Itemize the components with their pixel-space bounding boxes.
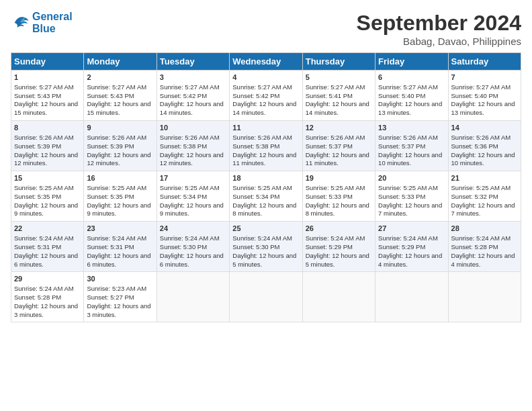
col-wednesday: Wednesday [230, 53, 302, 71]
calendar-cell: 16Sunrise: 5:25 AM AMSunset: 5:35 PMDayl… [84, 171, 157, 222]
calendar-cell: 1Sunrise: 5:27 AM AMSunset: 5:43 PMDayli… [11, 71, 84, 121]
calendar-cell: 12Sunrise: 5:26 AM AMSunset: 5:37 PMDayl… [302, 121, 375, 171]
sunrise-label: Sunrise: 5:26 AM AM [14, 134, 74, 141]
sunset-label: Sunset: 5:33 PM [306, 193, 353, 200]
sunset-label: Sunset: 5:38 PM [160, 142, 207, 150]
daylight-label: Daylight: 12 hours and 11 minutes. [232, 151, 296, 167]
sunrise-label: Sunrise: 5:26 AM AM [306, 134, 365, 141]
calendar-cell: 10Sunrise: 5:26 AM AMSunset: 5:38 PMDayl… [157, 121, 229, 171]
daylight-label: Daylight: 12 hours and 9 minutes. [160, 201, 224, 218]
day-number: 16 [87, 173, 153, 183]
sunset-label: Sunset: 5:30 PM [232, 243, 279, 250]
sunrise-label: Sunrise: 5:27 AM AM [306, 83, 365, 91]
col-friday: Friday [375, 53, 448, 71]
day-number: 29 [14, 274, 81, 284]
sunset-label: Sunset: 5:35 PM [14, 193, 61, 200]
sunset-label: Sunset: 5:32 PM [451, 193, 498, 200]
day-number: 3 [160, 73, 226, 83]
sunrise-label: Sunrise: 5:26 AM AM [87, 134, 146, 141]
sunset-label: Sunset: 5:37 PM [306, 142, 353, 150]
sunset-label: Sunset: 5:27 PM [87, 293, 134, 301]
daylight-label: Daylight: 12 hours and 14 minutes. [306, 100, 369, 116]
day-number: 24 [160, 224, 226, 234]
calendar-cell [448, 272, 521, 322]
sunrise-label: Sunrise: 5:24 AM AM [14, 285, 74, 292]
sunset-label: Sunset: 5:38 PM [232, 142, 279, 150]
daylight-label: Daylight: 12 hours and 10 minutes. [378, 151, 442, 167]
sunrise-label: Sunrise: 5:25 AM AM [378, 184, 438, 191]
calendar-cell: 23Sunrise: 5:24 AM AMSunset: 5:31 PMDayl… [84, 222, 157, 272]
day-number: 21 [451, 173, 518, 183]
calendar-cell: 24Sunrise: 5:24 AM AMSunset: 5:30 PMDayl… [157, 222, 229, 272]
calendar-cell: 20Sunrise: 5:25 AM AMSunset: 5:33 PMDayl… [375, 171, 448, 222]
sunrise-label: Sunrise: 5:27 AM AM [232, 83, 292, 91]
day-number: 13 [378, 123, 445, 133]
day-number: 9 [87, 123, 153, 133]
sunset-label: Sunset: 5:30 PM [160, 243, 207, 250]
day-number: 26 [306, 224, 372, 234]
sunset-label: Sunset: 5:28 PM [451, 243, 498, 250]
day-number: 28 [451, 224, 518, 234]
logo: General Blue [11, 11, 73, 34]
sunset-label: Sunset: 5:28 PM [14, 293, 61, 301]
sunrise-label: Sunrise: 5:24 AM AM [160, 234, 220, 242]
sunrise-label: Sunrise: 5:25 AM AM [451, 184, 511, 191]
sunrise-label: Sunrise: 5:24 AM AM [451, 234, 511, 242]
daylight-label: Daylight: 12 hours and 14 minutes. [160, 100, 224, 116]
calendar-cell: 9Sunrise: 5:26 AM AMSunset: 5:39 PMDayli… [84, 121, 157, 171]
calendar-cell: 26Sunrise: 5:24 AM AMSunset: 5:29 PMDayl… [302, 222, 375, 272]
sunset-label: Sunset: 5:41 PM [306, 92, 353, 99]
sunrise-label: Sunrise: 5:24 AM AM [378, 234, 438, 242]
calendar-cell: 15Sunrise: 5:25 AM AMSunset: 5:35 PMDayl… [11, 171, 84, 222]
sunrise-label: Sunrise: 5:25 AM AM [160, 184, 220, 191]
day-number: 11 [232, 123, 299, 133]
sunrise-label: Sunrise: 5:27 AM AM [87, 83, 146, 91]
daylight-label: Daylight: 12 hours and 9 minutes. [87, 201, 150, 218]
daylight-label: Daylight: 12 hours and 15 minutes. [14, 100, 78, 116]
page-subtitle: Babag, Davao, Philippines [357, 36, 521, 47]
sunrise-label: Sunrise: 5:23 AM AM [87, 285, 146, 292]
calendar-cell: 19Sunrise: 5:25 AM AMSunset: 5:33 PMDayl… [302, 171, 375, 222]
logo-text: General Blue [32, 11, 73, 34]
sunrise-label: Sunrise: 5:27 AM AM [160, 83, 220, 91]
title-block: September 2024 Babag, Davao, Philippines [357, 11, 521, 47]
sunrise-label: Sunrise: 5:24 AM AM [14, 234, 74, 242]
sunrise-label: Sunrise: 5:25 AM AM [306, 184, 365, 191]
col-saturday: Saturday [448, 53, 521, 71]
col-tuesday: Tuesday [157, 53, 229, 71]
calendar-cell [302, 272, 375, 322]
page-title: September 2024 [357, 11, 521, 36]
calendar-cell: 28Sunrise: 5:24 AM AMSunset: 5:28 PMDayl… [448, 222, 521, 272]
header: General Blue September 2024 Babag, Davao… [11, 11, 521, 47]
sunset-label: Sunset: 5:39 PM [87, 142, 134, 150]
sunset-label: Sunset: 5:34 PM [160, 193, 207, 200]
daylight-label: Daylight: 12 hours and 7 minutes. [378, 201, 442, 218]
sunset-label: Sunset: 5:31 PM [14, 243, 61, 250]
calendar-cell: 18Sunrise: 5:25 AM AMSunset: 5:34 PMDayl… [230, 171, 302, 222]
daylight-label: Daylight: 12 hours and 11 minutes. [306, 151, 369, 167]
calendar-cell: 2Sunrise: 5:27 AM AMSunset: 5:43 PMDayli… [84, 71, 157, 121]
daylight-label: Daylight: 12 hours and 10 minutes. [451, 151, 515, 167]
day-number: 18 [232, 173, 299, 183]
daylight-label: Daylight: 12 hours and 9 minutes. [14, 201, 78, 218]
sunset-label: Sunset: 5:40 PM [451, 92, 498, 99]
calendar-cell: 3Sunrise: 5:27 AM AMSunset: 5:42 PMDayli… [157, 71, 229, 121]
daylight-label: Daylight: 12 hours and 12 minutes. [14, 151, 78, 167]
calendar-week-row: 29Sunrise: 5:24 AM AMSunset: 5:28 PMDayl… [11, 272, 521, 322]
calendar-cell: 25Sunrise: 5:24 AM AMSunset: 5:30 PMDayl… [230, 222, 302, 272]
sunset-label: Sunset: 5:35 PM [87, 193, 134, 200]
sunset-label: Sunset: 5:37 PM [378, 142, 425, 150]
sunrise-label: Sunrise: 5:25 AM AM [14, 184, 74, 191]
calendar-cell: 5Sunrise: 5:27 AM AMSunset: 5:41 PMDayli… [302, 71, 375, 121]
daylight-label: Daylight: 12 hours and 6 minutes. [87, 252, 150, 268]
sunrise-label: Sunrise: 5:25 AM AM [87, 184, 146, 191]
daylight-label: Daylight: 12 hours and 4 minutes. [378, 252, 442, 268]
calendar-cell: 13Sunrise: 5:26 AM AMSunset: 5:37 PMDayl… [375, 121, 448, 171]
daylight-label: Daylight: 12 hours and 12 minutes. [87, 151, 150, 167]
day-number: 6 [378, 73, 445, 83]
sunrise-label: Sunrise: 5:27 AM AM [14, 83, 74, 91]
calendar-week-row: 8Sunrise: 5:26 AM AMSunset: 5:39 PMDayli… [11, 121, 521, 171]
daylight-label: Daylight: 12 hours and 13 minutes. [378, 100, 442, 116]
daylight-label: Daylight: 12 hours and 6 minutes. [14, 252, 78, 268]
calendar-table: Sunday Monday Tuesday Wednesday Thursday… [11, 52, 521, 322]
